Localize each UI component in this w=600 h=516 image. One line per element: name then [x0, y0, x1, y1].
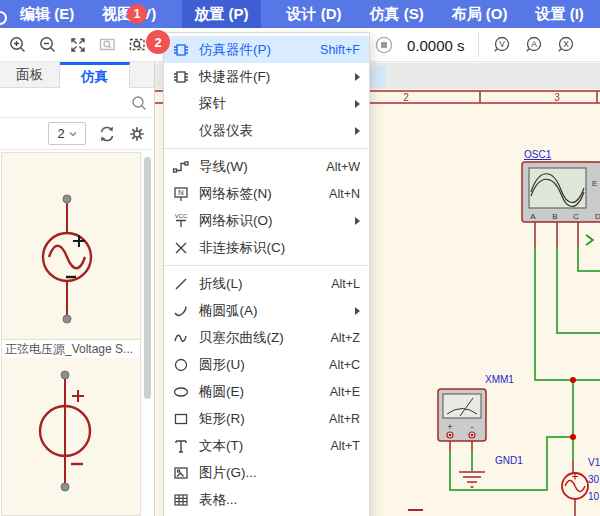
menu-bar: 编辑 (E) 视图 (V) 放置 (P) 设计 (D) 仿真 (S) 布局 (O… [0, 0, 600, 28]
menu-item-shortcut: Alt+C [329, 358, 360, 372]
image-icon [172, 464, 190, 482]
zoom-fit-button[interactable] [68, 35, 88, 55]
step-badge-2: 2 [146, 30, 170, 54]
tab-panel[interactable]: 面板 [0, 62, 60, 88]
menu-item-table[interactable]: 表格... [164, 486, 369, 513]
component-item-sine-source[interactable] [1, 152, 141, 340]
menu-item-text[interactable]: 文本(T)Alt+T [164, 432, 369, 459]
tab-simulation[interactable]: 仿真 [60, 62, 130, 88]
component-item-dc-source[interactable] [1, 358, 141, 516]
menu-item-probe[interactable]: 探针 [164, 90, 369, 117]
refresh-icon[interactable] [98, 125, 116, 143]
menu-item-ellipse[interactable]: 椭圆(E)Alt+E [164, 378, 369, 405]
component-value: 30 [588, 474, 600, 485]
menu-item-label: 椭圆(E) [199, 383, 330, 401]
menu-item-shortcut: Alt+W [326, 160, 360, 174]
page-select[interactable]: 2 [48, 122, 86, 145]
menu-item-label: 网络标识(O) [199, 212, 349, 230]
voltage-probe-button[interactable]: V [492, 35, 512, 55]
menu-item-net-flag[interactable]: 网络标识(O) [164, 207, 369, 234]
menu-item-label: 文本(T) [199, 437, 330, 455]
line-icon [172, 275, 190, 293]
menu-item-label: 网络标签(N) [199, 185, 329, 203]
svg-text:A: A [531, 39, 537, 49]
menu-separator [164, 148, 369, 149]
menu-item-label: 仪器仪表 [199, 122, 349, 140]
submenu-arrow-icon [355, 307, 360, 315]
menu-item-shortcut: Alt+Z [330, 331, 360, 345]
submenu-arrow-icon [355, 217, 360, 225]
menu-place[interactable]: 放置 (P) [182, 0, 260, 28]
ellipse-icon [172, 383, 190, 401]
logo-fragment-icon [0, 11, 7, 25]
blank-icon [172, 95, 190, 113]
junction-dot [570, 377, 576, 383]
menu-item-rectangle[interactable]: 矩形(R)Alt+R [164, 405, 369, 432]
menu-item-label: 探针 [199, 95, 349, 113]
text-icon [172, 437, 190, 455]
blank-icon [172, 122, 190, 140]
menu-item-label: 仿真器件(P) [199, 41, 320, 59]
menu-item-label: 导线(W) [199, 158, 326, 176]
submenu-arrow-icon [355, 127, 360, 135]
search-icon [130, 94, 148, 112]
component-item-label[interactable]: 正弦电压源_Voltage S... [1, 340, 141, 358]
delete-probe-button[interactable]: X [556, 35, 576, 55]
menu-item-bezier[interactable]: 贝塞尔曲线(Z)Alt+Z [164, 324, 369, 351]
oscilloscope-osc1[interactable]: OSC1 E A B C D [522, 149, 600, 247]
menu-item-net-label[interactable]: 网络标签(N)Alt+N [164, 180, 369, 207]
junction-dot [570, 434, 576, 440]
menu-item-instrument[interactable]: 仪器仪表 [164, 117, 369, 144]
menu-layout[interactable]: 布局 (O) [450, 0, 510, 28]
app-window: 2 3 OSC1 E A [0, 0, 600, 516]
menu-edit[interactable]: 编辑 (E) [18, 0, 76, 28]
netflag-icon [172, 212, 190, 230]
component-ref: GND1 [495, 455, 523, 466]
dc-voltage-source-symbol [40, 371, 90, 491]
zoom-window-button[interactable] [98, 35, 118, 55]
search-input[interactable] [4, 91, 134, 115]
wire-icon [172, 158, 190, 176]
noconnect-icon [172, 239, 190, 257]
sine-voltage-source-symbol [43, 195, 91, 323]
ground-gnd1[interactable]: GND1 [459, 455, 523, 487]
menu-item-image[interactable]: 图片(G)... [164, 459, 369, 486]
voltage-source-v1[interactable]: V1 30 10 [562, 457, 600, 516]
menu-item-polyline[interactable]: 折线(L)Alt+L [164, 270, 369, 297]
menu-item-label: 折线(L) [199, 275, 331, 293]
zoom-in-button[interactable] [8, 35, 28, 55]
chevron-down-icon [69, 131, 77, 137]
menu-separator [164, 265, 369, 266]
menu-item-shortcut-component[interactable]: 快捷器件(F) [164, 63, 369, 90]
place-menu: 仿真器件(P)Shift+F快捷器件(F)探针仪器仪表导线(W)Alt+W网络标… [163, 32, 370, 516]
submenu-arrow-icon [355, 73, 360, 81]
menu-simulation[interactable]: 仿真 (S) [368, 0, 426, 28]
wires[interactable] [450, 235, 600, 490]
menu-item-label: 圆形(U) [199, 356, 329, 374]
component-ref: OSC1 [524, 149, 552, 160]
menu-item-wire[interactable]: 导线(W)Alt+W [164, 153, 369, 180]
osc-side-label: E [592, 179, 597, 188]
svg-text:X: X [563, 39, 569, 49]
zoom-out-button[interactable] [38, 35, 58, 55]
menu-settings[interactable]: 设置 (I) [534, 0, 586, 28]
chip-icon [172, 41, 190, 59]
multimeter-xmm1[interactable]: XMM1 + - [438, 374, 514, 441]
menu-item-simulation-component[interactable]: 仿真器件(P)Shift+F [164, 36, 369, 63]
menu-item-label: 椭圆弧(A) [199, 302, 349, 320]
menu-item-arc[interactable]: 椭圆弧(A) [164, 297, 369, 324]
menu-item-label: 快捷器件(F) [199, 68, 349, 86]
current-probe-button[interactable]: A [524, 35, 544, 55]
search-row [0, 88, 154, 118]
rect-icon [172, 410, 190, 428]
menu-item-no-connect-flag[interactable]: 非连接标识(C) [164, 234, 369, 261]
panel-scrollbar[interactable] [144, 157, 151, 399]
gear-icon[interactable] [128, 125, 146, 143]
bezier-icon [172, 329, 190, 347]
stop-simulation-button[interactable] [374, 35, 394, 55]
menu-item-circle[interactable]: 圆形(U)Alt+C [164, 351, 369, 378]
menu-item-label: 非连接标识(C) [199, 239, 360, 257]
zoom-area-button[interactable] [128, 35, 148, 55]
menu-design[interactable]: 设计 (D) [285, 0, 344, 28]
step-badge-1: 1 [127, 4, 147, 24]
